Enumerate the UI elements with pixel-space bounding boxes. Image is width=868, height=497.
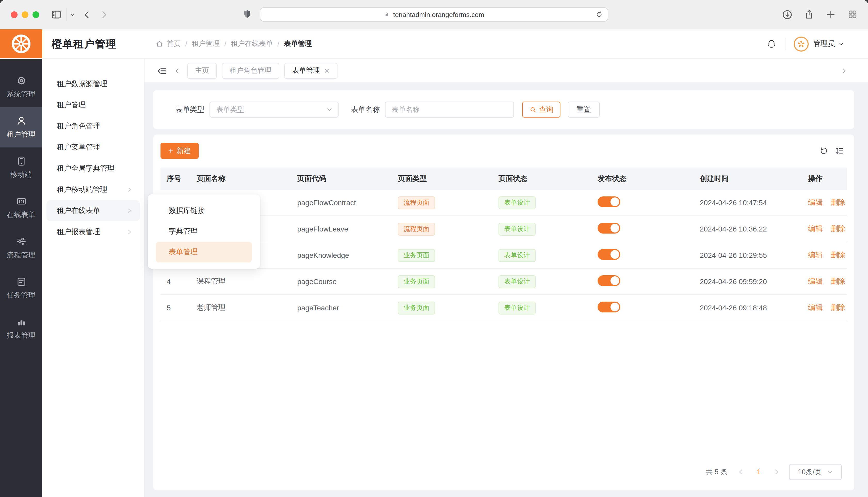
- submenu-item-db-link[interactable]: 数据库链接: [156, 201, 252, 221]
- sliders-icon: [16, 236, 27, 247]
- page-type-badge: 业务页面: [398, 301, 435, 314]
- header-right-group: 管理员: [766, 36, 844, 51]
- chevron-right-icon: [126, 186, 133, 193]
- form-name-label: 表单名称: [351, 105, 380, 114]
- minimize-window-button[interactable]: [22, 11, 28, 18]
- col-page-type: 页面类型: [392, 174, 492, 183]
- publish-toggle[interactable]: [597, 275, 620, 286]
- rail-item-report[interactable]: 报表管理: [0, 308, 42, 349]
- sidebar-dropdown-chevron-icon[interactable]: [70, 12, 75, 17]
- chevron-down-icon[interactable]: [838, 41, 844, 47]
- new-tab-icon[interactable]: [826, 9, 836, 19]
- current-page[interactable]: 1: [757, 468, 761, 476]
- breadcrumb-item-home[interactable]: 首页: [167, 39, 181, 48]
- avatar[interactable]: [794, 36, 809, 51]
- close-window-button[interactable]: [11, 11, 17, 18]
- col-actions: 操作: [793, 174, 847, 183]
- edit-link[interactable]: 编辑: [808, 277, 823, 286]
- table-toolbar: + 新建: [161, 143, 847, 159]
- page-size-select[interactable]: 10条/页: [789, 464, 842, 480]
- task-list-icon: [16, 276, 27, 287]
- form-name-input[interactable]: [385, 102, 514, 117]
- page-type-badge: 流程页面: [398, 196, 435, 209]
- tab-tenant-role[interactable]: 租户角色管理: [222, 63, 279, 79]
- edit-link[interactable]: 编辑: [808, 224, 823, 233]
- page-status-badge: 表单设计: [498, 275, 536, 288]
- tabs-scroll-left-icon[interactable]: [174, 67, 181, 74]
- edit-link[interactable]: 编辑: [808, 198, 823, 207]
- sidebar-item-online-form[interactable]: 租户在线表单: [46, 200, 140, 221]
- cell-index: 5: [161, 304, 190, 312]
- share-icon[interactable]: [804, 9, 814, 20]
- cell-page-name: 课程管理: [190, 277, 291, 286]
- rail-item-task[interactable]: 任务管理: [0, 268, 42, 308]
- next-page-icon[interactable]: [773, 469, 780, 475]
- privacy-shield-icon[interactable]: [242, 8, 252, 20]
- breadcrumb-item-online-form[interactable]: 租户在线表单: [231, 39, 273, 48]
- reload-icon[interactable]: [595, 10, 603, 18]
- column-settings-icon[interactable]: [835, 146, 844, 155]
- app-body: 系统管理 租户管理 移动端 在线表单 流程管理 任务管理: [0, 59, 868, 497]
- menu-fold-icon[interactable]: [157, 66, 167, 75]
- close-icon[interactable]: ✕: [324, 67, 330, 74]
- breadcrumb-item-tenant[interactable]: 租户管理: [192, 39, 220, 48]
- sidebar-item-mobile-mgmt[interactable]: 租户移动端管理: [42, 179, 144, 200]
- breadcrumb-separator: /: [224, 40, 226, 48]
- delete-link[interactable]: 删除: [831, 224, 845, 233]
- cell-page-code: pageFlowContract: [291, 198, 392, 207]
- tab-bar: 主页 租户角色管理 表单管理 ✕: [144, 59, 868, 83]
- plus-icon: +: [168, 146, 174, 155]
- sidebar-item-menu[interactable]: 租户菜单管理: [42, 137, 144, 158]
- delete-link[interactable]: 删除: [831, 251, 845, 260]
- new-button[interactable]: + 新建: [161, 143, 199, 159]
- search-button[interactable]: 查询: [522, 102, 561, 117]
- tab-form-mgmt[interactable]: 表单管理 ✕: [284, 63, 337, 79]
- tabs-scroll-right-icon[interactable]: [841, 67, 848, 74]
- table-row: 5 老师管理 pageTeacher 业务页面 表单设计 2024-04-26 …: [161, 295, 847, 321]
- submenu-item-dict[interactable]: 字典管理: [156, 221, 252, 242]
- zoom-window-button[interactable]: [32, 11, 39, 18]
- publish-toggle[interactable]: [597, 302, 620, 312]
- sidebar-item-datasource[interactable]: 租户数据源管理: [42, 73, 144, 94]
- rail-item-online-form[interactable]: 在线表单: [0, 188, 42, 228]
- orange-slice-logo-icon: [10, 32, 32, 55]
- refresh-icon[interactable]: [819, 146, 828, 155]
- forward-button[interactable]: [100, 10, 108, 19]
- form-type-select[interactable]: 表单类型: [209, 102, 339, 117]
- sidebar-item-report-mgmt[interactable]: 租户报表管理: [42, 221, 144, 242]
- current-user-name[interactable]: 管理员: [813, 39, 835, 48]
- publish-toggle[interactable]: [597, 223, 620, 233]
- sidebar-item-dict[interactable]: 租户全局字典管理: [42, 158, 144, 179]
- downloads-icon[interactable]: [782, 9, 793, 20]
- delete-link[interactable]: 删除: [831, 277, 845, 286]
- cell-page-code: pageKnowledge: [291, 251, 392, 259]
- address-bar-group: tenantadmin.orangeforms.com: [260, 7, 608, 22]
- tab-home[interactable]: 主页: [187, 63, 217, 79]
- publish-toggle[interactable]: [597, 249, 620, 260]
- cell-page-code: pageFlowLeave: [291, 225, 392, 233]
- publish-toggle[interactable]: [597, 196, 620, 207]
- edit-link[interactable]: 编辑: [808, 303, 823, 312]
- rail-item-mobile[interactable]: 移动端: [0, 147, 42, 188]
- notification-bell-icon[interactable]: [766, 39, 777, 49]
- tab-overview-icon[interactable]: [848, 9, 858, 19]
- address-bar[interactable]: tenantadmin.orangeforms.com: [260, 7, 608, 22]
- edit-link[interactable]: 编辑: [808, 251, 823, 260]
- rail-item-tenant[interactable]: 租户管理: [0, 107, 42, 147]
- back-button[interactable]: [83, 10, 91, 19]
- rail-item-process[interactable]: 流程管理: [0, 228, 42, 268]
- table-row: pageKnowledge 业务页面 表单设计 2024-04-26 10:29…: [161, 242, 847, 269]
- toolbar-divider: [66, 8, 67, 21]
- sidebar-item-tenant[interactable]: 租户管理: [42, 94, 144, 115]
- delete-link[interactable]: 删除: [831, 198, 845, 207]
- rail-item-system[interactable]: 系统管理: [0, 67, 42, 107]
- app-logo: [0, 29, 42, 58]
- sidebar-item-role[interactable]: 租户角色管理: [42, 115, 144, 137]
- cell-page-name: 老师管理: [190, 303, 291, 312]
- page-status-badge: 表单设计: [498, 301, 536, 314]
- reset-button[interactable]: 重置: [568, 102, 600, 117]
- prev-page-icon[interactable]: [738, 469, 744, 475]
- delete-link[interactable]: 删除: [831, 303, 845, 312]
- sidebar-toggle-icon[interactable]: [51, 9, 62, 20]
- submenu-item-form-mgmt[interactable]: 表单管理: [156, 242, 252, 262]
